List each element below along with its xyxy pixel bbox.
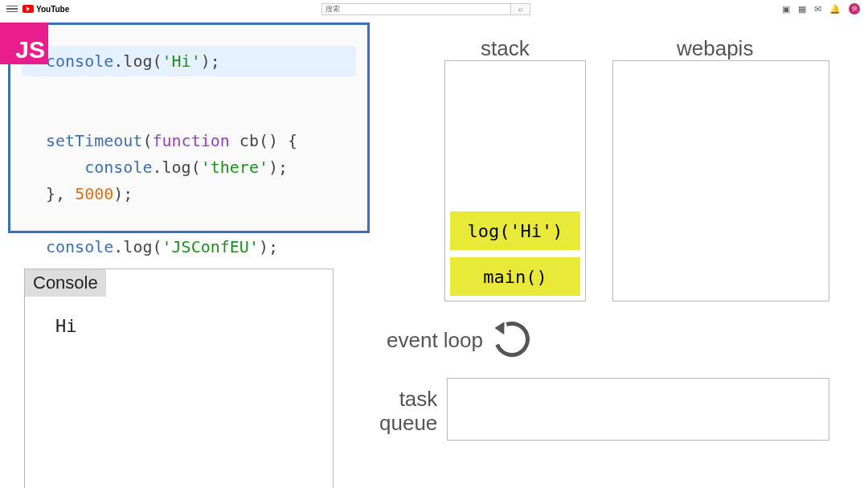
stack-frame: log('Hi'): [450, 211, 580, 250]
youtube-logo[interactable]: YouTube: [23, 5, 69, 14]
console-line: Hi: [55, 316, 333, 336]
console-panel: Console Hi: [24, 269, 334, 488]
search-button[interactable]: ⌕: [510, 4, 530, 14]
code-listing: console.log('Hi'); setTimeout(function c…: [46, 48, 297, 260]
event-loop-label: event loop: [387, 328, 483, 353]
yt-center: ⌕: [69, 3, 782, 15]
avatar[interactable]: 快: [849, 3, 860, 14]
task-queue-label: taskqueue: [379, 387, 437, 435]
bell-icon[interactable]: 🔔: [829, 4, 841, 14]
stack-panel: main() log('Hi'): [444, 60, 586, 301]
code-panel: console.log('Hi'); setTimeout(function c…: [8, 23, 370, 233]
stack-frame: main(): [450, 257, 580, 296]
console-header: Console: [25, 269, 106, 297]
youtube-wordmark: YouTube: [36, 5, 69, 14]
video-content: console.log('Hi'); setTimeout(function c…: [0, 18, 868, 488]
yt-right: ▣ ▦ ✉ 🔔 快: [782, 3, 868, 14]
search-box: ⌕: [321, 3, 530, 15]
messages-icon[interactable]: ✉: [814, 4, 821, 14]
yt-left: YouTube: [0, 5, 69, 14]
apps-grid-icon[interactable]: ▦: [798, 4, 806, 14]
video-camera-icon[interactable]: ▣: [782, 4, 790, 14]
hamburger-icon[interactable]: [6, 6, 18, 13]
loop-arrow-icon: [489, 316, 535, 363]
webapis-label: webapis: [677, 36, 753, 61]
play-icon: [23, 5, 34, 13]
youtube-topbar: YouTube ⌕ ▣ ▦ ✉ 🔔 快: [0, 0, 868, 18]
js-badge: JS: [0, 23, 48, 64]
search-input[interactable]: [322, 4, 510, 14]
task-queue-panel: [447, 378, 829, 441]
stack-label: stack: [481, 36, 530, 61]
search-icon: ⌕: [518, 5, 522, 13]
stack-items: main() log('Hi'): [450, 211, 580, 296]
webapis-panel: [612, 60, 829, 301]
console-output: Hi: [25, 297, 333, 336]
